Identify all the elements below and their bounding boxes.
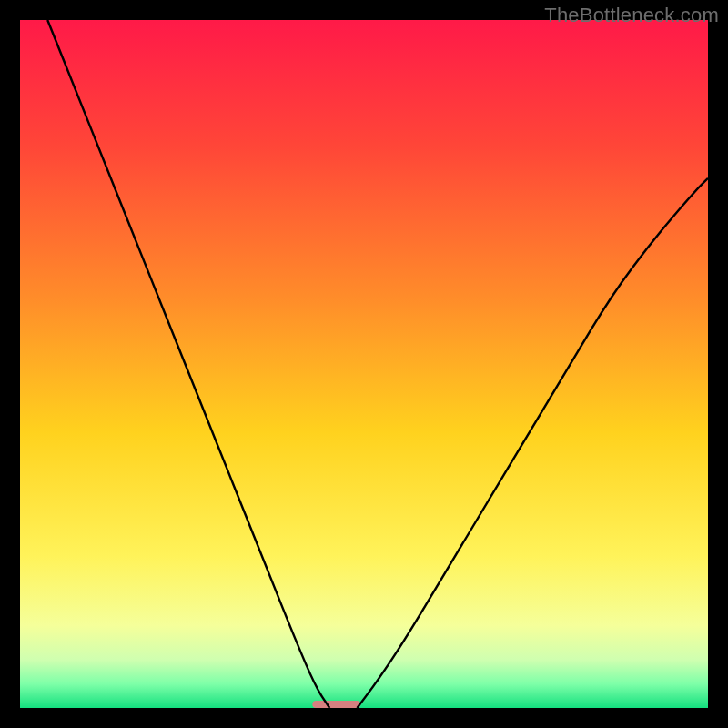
gradient-background (20, 20, 708, 708)
chart-frame (20, 20, 708, 708)
minimum-marker (312, 701, 360, 708)
watermark-text: TheBottleneck.com (544, 4, 719, 27)
bottleneck-curve-chart (20, 20, 708, 708)
